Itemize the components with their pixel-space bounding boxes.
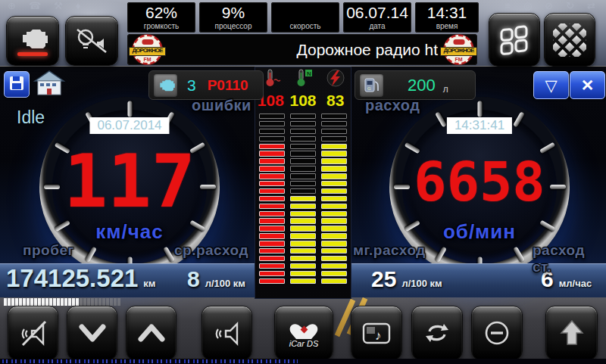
cpu-value: 9% <box>199 3 267 22</box>
save-floppy-icon <box>8 75 25 95</box>
wrench-icon: ⚒ <box>54 0 63 11</box>
tile-time: 14:31 время <box>415 2 479 33</box>
globe-icon: ⊕ <box>8 0 16 11</box>
coolant-temp-bargraph <box>259 114 285 285</box>
ticker-text-clipped <box>2 359 298 363</box>
intake-temp-bargraph <box>290 114 316 285</box>
volume-button[interactable] <box>201 306 252 360</box>
top-left-status-icons: ⊕ ☎ ⚒ ♦ <box>8 0 80 11</box>
voltage-icon <box>319 68 351 91</box>
inst-consumption-unit: л/100 км <box>401 278 442 289</box>
page-down-button[interactable] <box>67 306 117 360</box>
shuffle-icon: ⇄ <box>587 0 595 11</box>
repeat-icon: ↻ <box>566 0 574 11</box>
date-label: дата <box>343 22 411 30</box>
odometer-readout: 174125.521 км <box>6 264 155 293</box>
speed-label: скорость <box>271 22 339 30</box>
close-icon: ✕ <box>581 76 595 95</box>
tile-volume: 62% громкость <box>127 2 195 33</box>
house-icon <box>33 87 65 100</box>
mute-button[interactable] <box>8 306 58 360</box>
temperature-voltage-panel: N 108 108 83 <box>255 67 351 299</box>
engine-state-text: Idle <box>17 107 45 128</box>
windows-menu-button[interactable] <box>489 13 540 67</box>
gauge-date-box: 06.07.2014 <box>89 117 169 134</box>
fuel-value: 200 <box>408 76 436 95</box>
speed-value: 117 <box>64 139 195 224</box>
close-button[interactable]: ✕ <box>570 71 605 99</box>
bulb-mute-icon <box>74 26 109 55</box>
avg-consumption-unit: л/100 км <box>205 278 245 289</box>
inst-consumption-value: 25 <box>371 266 396 292</box>
idle-consumption-label: расход ст. <box>533 242 606 275</box>
discs-icon: ◎ <box>523 0 532 11</box>
lights-mute-button[interactable] <box>65 16 118 66</box>
odometer-value: 174125.521 <box>6 264 138 293</box>
radio-now-playing-bar[interactable]: ДОРОЖНОЕ FM Дорожное радио ht ДОРОЖНОЕ F… <box>127 34 477 65</box>
errors-box[interactable]: 3 P0110 <box>148 70 264 100</box>
music-note-glyph: ♪ <box>375 328 382 343</box>
voltage-value: 83 <box>319 92 351 110</box>
car-dashboard-app: ⊕ ☎ ⚒ ♦ ≡ ◎ ⊘ ↻ ⇄ 62% <box>0 0 606 364</box>
save-button[interactable] <box>4 71 30 98</box>
eject-up-button[interactable] <box>545 306 598 360</box>
avg-consumption-value: 8 <box>187 266 200 292</box>
idle-consumption-unit: мл/час <box>559 278 592 289</box>
windows-logo-icon <box>498 24 530 56</box>
intake-temp-icon: N <box>287 68 320 91</box>
music-folder-icon: ♪ <box>360 318 393 348</box>
status-tiles: 62% громкость 9% процессор скорость 06.0… <box>127 2 479 33</box>
radio-station-logo: ДОРОЖНОЕ FM <box>133 35 162 64</box>
svg-text:G: G <box>367 86 371 91</box>
rpm-unit: об/мин <box>389 220 570 244</box>
logo-fm-text: FM <box>445 57 472 62</box>
error-code: P0110 <box>208 77 248 94</box>
repeat-button[interactable] <box>411 306 463 360</box>
engine-alert-bar <box>17 52 48 56</box>
speed-value <box>271 3 339 22</box>
icar-ds-button[interactable]: iCar DS <box>274 306 333 360</box>
music-library-button[interactable]: ♪ <box>351 306 402 360</box>
page-up-button[interactable] <box>126 306 176 360</box>
volume-level-meter <box>4 298 120 306</box>
radio-title-text: Дорожное радио ht <box>297 41 438 59</box>
logo-car-icon <box>142 39 153 45</box>
check-engine-button[interactable] <box>6 16 59 66</box>
logo-banner-text: ДОРОЖНОЕ <box>129 47 166 56</box>
minus-button[interactable] <box>471 306 523 360</box>
error-count: 3 <box>187 76 196 95</box>
mute-icon: ⊘ <box>545 0 553 11</box>
home-button[interactable] <box>33 69 65 101</box>
apps-grid-button[interactable] <box>544 13 595 67</box>
gauge-time-box: 14:31:41 <box>447 117 512 134</box>
up-arrow-icon <box>556 318 588 348</box>
fuel-pump-icon: G <box>360 74 383 97</box>
tile-cpu: 9% процессор <box>199 2 267 33</box>
inst-consumption-readout: 25 л/100 км <box>371 266 442 292</box>
chevron-up-icon <box>135 320 168 346</box>
errors-label: ошибки <box>192 97 251 114</box>
mic-icon: ♦ <box>76 0 81 11</box>
fuel-box[interactable]: G 200 л <box>355 70 476 100</box>
volume-label: громкость <box>127 22 195 30</box>
voltage-bargraph <box>321 114 347 285</box>
icar-ds-logo-icon <box>284 319 323 341</box>
minimize-button[interactable]: ▽ <box>533 71 569 99</box>
logo-fm-text: FM <box>134 57 161 62</box>
fuel-unit: л <box>443 84 448 99</box>
avg-consumption-label: ср.расход <box>174 242 248 259</box>
triangle-down-icon: ▽ <box>545 76 557 95</box>
tile-date: 06.07.14 дата <box>343 2 411 33</box>
speaker-mute-icon <box>17 318 50 348</box>
volume-value: 62% <box>127 3 195 22</box>
logo-car-icon <box>453 39 464 45</box>
speed-unit: км/час <box>39 220 220 244</box>
phone-icon: ☎ <box>29 0 41 11</box>
engine-icon <box>16 26 49 51</box>
repeat-icon <box>420 318 454 348</box>
odometer-unit: км <box>143 278 155 289</box>
svg-text:N: N <box>307 70 311 76</box>
icar-ds-label: iCar DS <box>289 339 319 348</box>
intake-temp-value: 108 <box>287 92 320 110</box>
odometer-label: пробег <box>23 242 74 259</box>
